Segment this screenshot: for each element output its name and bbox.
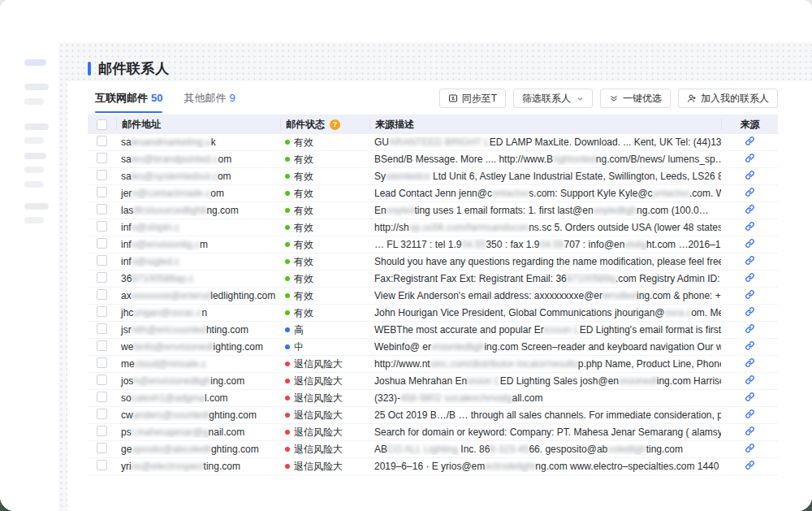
email-address-cell: pst.mahesajenar@gnail.com <box>116 427 280 438</box>
source-link-icon[interactable] <box>745 409 755 419</box>
source-link-icon[interactable] <box>745 426 755 436</box>
add-to-my-contacts-button[interactable]: 加入我的联系人 <box>678 89 778 108</box>
table-body: salesandmarketing.uk有效GUARANTEED BRIGHT … <box>88 134 778 475</box>
table-row: info@envisionlig.cm有效… FL 32117 : tel 1.… <box>88 236 778 253</box>
source-link-icon[interactable] <box>745 340 755 351</box>
source-link-icon[interactable] <box>745 204 755 214</box>
sidebar-skeleton-item <box>24 123 49 130</box>
header-status: 邮件状态 ? <box>280 119 369 130</box>
row-checkbox[interactable] <box>97 340 107 351</box>
email-status-cell: 有效 <box>280 170 369 184</box>
sidebar-skeleton-item <box>24 59 46 66</box>
row-checkbox[interactable] <box>97 238 107 249</box>
status-dot <box>285 413 290 418</box>
email-status-cell: 退信风险大 <box>280 443 369 457</box>
source-link-icon[interactable] <box>745 136 755 146</box>
source-link-icon[interactable] <box>745 170 755 180</box>
status-dot <box>285 157 290 162</box>
email-status-cell: 高 <box>280 323 369 337</box>
status-dot <box>285 396 290 401</box>
source-link-icon[interactable] <box>745 255 755 266</box>
row-checkbox[interactable] <box>97 255 107 266</box>
row-checkbox[interactable] <box>97 460 107 470</box>
source-link-icon[interactable] <box>745 460 755 470</box>
row-checkbox[interactable] <box>97 170 107 180</box>
row-checkbox[interactable] <box>97 204 107 214</box>
source-link-icon[interactable] <box>745 187 755 197</box>
email-address-cell: info@shipln.c <box>116 222 280 233</box>
tab-count: 50 <box>151 92 162 104</box>
tab-other-email[interactable]: 其他邮件9 <box>184 91 235 113</box>
desktop: 邮件联系人 互联网邮件50 其他邮件9 <box>0 0 812 511</box>
source-link-icon[interactable] <box>745 306 755 317</box>
email-address-cell: 3687100589ap.c <box>116 273 280 284</box>
email-address-cell: lastfirstsourcedlighting.com <box>116 205 280 216</box>
source-link-icon[interactable] <box>745 375 755 385</box>
source-link-icon[interactable] <box>745 443 755 453</box>
row-checkbox[interactable] <box>97 272 107 283</box>
row-checkbox[interactable] <box>97 306 107 317</box>
row-checkbox[interactable] <box>97 375 107 385</box>
status-dot <box>285 464 290 469</box>
source-desc-cell: Lead Contact Jenn jenn@contactsos.com: S… <box>369 188 721 199</box>
sync-button[interactable]: 同步至T <box>439 89 506 108</box>
tab-internet-email[interactable]: 互联网邮件50 <box>95 91 162 113</box>
table-row: jhcurigan@osrac.cn有效John Hourigan Vice P… <box>88 305 778 322</box>
table-row: gesposito@abcoledlighting.com退信风险大ABCO A… <box>88 441 778 458</box>
table-row: lastfirstsourcedlighting.com有效Envoyledti… <box>88 202 778 219</box>
row-checkbox[interactable] <box>97 323 107 334</box>
email-status-cell: 有效 <box>280 238 369 252</box>
help-icon[interactable]: ? <box>330 119 340 130</box>
table-row: socalexh1@adgmal.com退信风险大(323)-456-9802 … <box>88 390 778 407</box>
chevron-down-icon <box>577 95 584 102</box>
source-desc-cell: 2019–6–16 · E yrios@emectrodelightng.com… <box>369 461 721 472</box>
row-checkbox[interactable] <box>97 357 107 368</box>
page-header: 邮件联系人 <box>58 42 812 78</box>
source-desc-cell: Should you have any questions regarding … <box>369 256 721 267</box>
contacts-table: 邮件地址 邮件状态 ? 来源描述 来源 salesandmarketing.uk… <box>88 115 778 475</box>
row-checkbox[interactable] <box>97 289 107 300</box>
source-link-icon[interactable] <box>745 153 755 163</box>
source-desc-cell: (323)-456-9802 socalexchmodgall.com <box>369 392 721 404</box>
email-address-cell: socalexh1@adgmal.com <box>116 392 280 404</box>
source-link-icon[interactable] <box>745 392 755 402</box>
email-address-cell: josh@envisionedlighing.com <box>116 375 280 387</box>
status-dot <box>285 362 290 366</box>
status-dot <box>285 242 290 247</box>
content-card: 互联网邮件50 其他邮件9 同步至T 筛选联系人 <box>67 81 812 511</box>
source-link-icon[interactable] <box>745 289 755 300</box>
select-all-checkbox[interactable] <box>97 119 107 130</box>
row-checkbox[interactable] <box>97 153 107 163</box>
email-status-cell: 中 <box>280 340 369 354</box>
toolbar: 同步至T 筛选联系人 一键优选 加入我的联系人 <box>432 89 778 108</box>
table-row: 3687100589ap.c有效Fax:Registrant Fax Ext: … <box>88 271 778 288</box>
table-row: cwanders@sounledighting.com退信风险大25 Oct 2… <box>88 407 778 424</box>
row-checkbox[interactable] <box>97 187 107 197</box>
email-address-cell: axxxxxxxxe@eriersdledlighting.com <box>116 290 280 301</box>
title-accent-bar <box>88 62 91 76</box>
source-desc-cell: WEBThe most accurate and popular Ericsso… <box>369 324 721 336</box>
row-checkbox[interactable] <box>97 426 107 436</box>
source-link-icon[interactable] <box>745 221 755 232</box>
row-checkbox[interactable] <box>97 136 107 146</box>
row-checkbox[interactable] <box>97 443 107 453</box>
email-status-cell: 退信风险大 <box>280 392 369 405</box>
status-dot <box>285 174 290 179</box>
row-checkbox[interactable] <box>97 392 107 402</box>
sidebar <box>0 0 58 511</box>
status-dot <box>285 379 290 383</box>
source-link-icon[interactable] <box>745 323 755 334</box>
email-address-cell: info@sigled.c <box>116 256 280 267</box>
email-status-cell: 有效 <box>280 153 369 167</box>
source-link-icon[interactable] <box>745 272 755 283</box>
source-link-icon[interactable] <box>745 238 755 249</box>
row-checkbox[interactable] <box>97 221 107 232</box>
filter-contacts-button[interactable]: 筛选联系人 <box>513 89 593 108</box>
one-key-optimize-button[interactable]: 一键优选 <box>600 89 671 108</box>
source-link-icon[interactable] <box>745 357 755 368</box>
table-row: salesandmarketing.uk有效GUARANTEED BRIGHT … <box>88 134 778 151</box>
email-address-cell: jsrnith@ericssonledhting.com <box>116 324 280 336</box>
source-desc-cell: 25 Oct 2019 B…/B … through all sales cha… <box>369 409 721 421</box>
source-desc-cell: Fax:Registrant Fax Ext: Registrant Email… <box>369 273 721 284</box>
row-checkbox[interactable] <box>97 409 107 419</box>
